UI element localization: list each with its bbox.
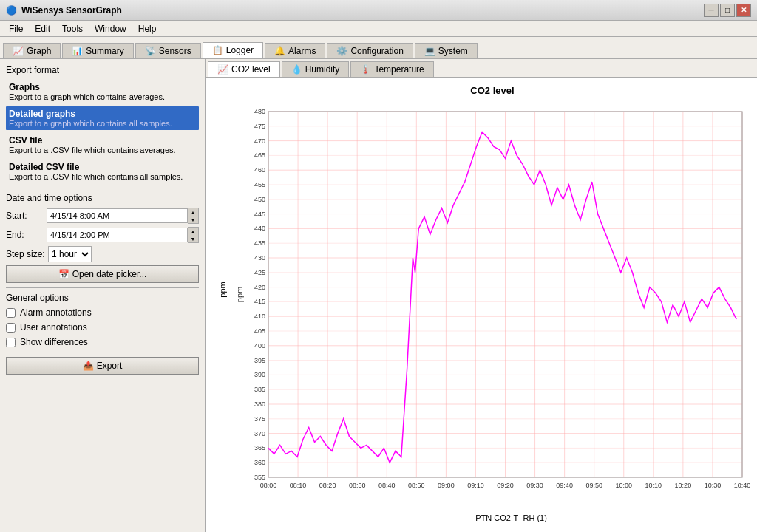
start-spin-down[interactable]: ▼ xyxy=(188,216,198,223)
menu-edit[interactable]: Edit xyxy=(29,22,56,35)
tab-configuration[interactable]: ⚙️ Configuration xyxy=(327,43,413,58)
svg-text:10:40: 10:40 xyxy=(734,482,750,489)
svg-text:08:50: 08:50 xyxy=(408,482,425,489)
svg-text:395: 395 xyxy=(254,357,265,364)
summary-tab-label: Summary xyxy=(86,46,123,56)
start-value: 4/15/14 8:00 AM xyxy=(50,211,109,220)
end-spin-down[interactable]: ▼ xyxy=(188,235,198,242)
chart-svg: 3553603653703753803853903954004054104154… xyxy=(235,100,750,511)
svg-text:425: 425 xyxy=(254,269,265,276)
temperature-tab-label: Temperature xyxy=(374,64,424,75)
chart-tab-co2[interactable]: 📈 CO2 level xyxy=(208,61,280,77)
close-button[interactable]: ✕ xyxy=(736,4,751,17)
svg-text:08:30: 08:30 xyxy=(349,482,366,489)
end-input[interactable]: 4/15/14 2:00 PM xyxy=(47,228,188,242)
export-detailed-csv-title: Detailed CSV file xyxy=(9,162,196,172)
alarms-tab-icon: 🔔 xyxy=(274,46,285,56)
svg-text:440: 440 xyxy=(254,225,265,232)
divider-2 xyxy=(6,287,199,288)
open-date-picker-label: Open date picker... xyxy=(72,269,147,279)
main-content: Export format Graphs Export to a graph w… xyxy=(0,59,757,532)
chart-container: CO2 level ppm 35536036537037538038539039… xyxy=(206,78,757,532)
svg-text:480: 480 xyxy=(254,108,265,115)
svg-text:405: 405 xyxy=(254,327,265,335)
chart-wrapper: ppm 355360365370375380385390395400405410… xyxy=(235,100,750,511)
svg-text:465: 465 xyxy=(254,151,265,159)
start-spin-up[interactable]: ▲ xyxy=(188,208,198,216)
svg-text:ppm: ppm xyxy=(235,287,244,302)
open-date-picker-button[interactable]: 📅 Open date picker... xyxy=(6,265,199,283)
svg-text:370: 370 xyxy=(254,430,265,437)
start-label: Start: xyxy=(6,211,47,221)
svg-text:380: 380 xyxy=(254,400,265,408)
menu-tools[interactable]: Tools xyxy=(56,22,89,35)
menu-window[interactable]: Window xyxy=(89,22,132,35)
svg-text:10:20: 10:20 xyxy=(675,482,692,489)
show-differences-checkbox[interactable] xyxy=(6,338,16,347)
export-csv-desc: Export to a .CSV file which contains ave… xyxy=(9,146,196,154)
step-label: Step size: xyxy=(6,249,47,259)
tab-logger[interactable]: 📋 Logger xyxy=(203,42,263,58)
tab-summary[interactable]: 📊 Summary xyxy=(62,43,133,58)
title-bar: 🔵 WiSensys SensorGraph ─ □ ✕ xyxy=(0,0,757,21)
end-value: 4/15/14 2:00 PM xyxy=(50,231,110,239)
step-select[interactable]: 1 hour 30 min 15 min 5 min 1 min xyxy=(48,246,92,262)
svg-text:415: 415 xyxy=(254,298,265,305)
svg-text:475: 475 xyxy=(254,123,265,130)
tab-graph[interactable]: 📈 Graph xyxy=(3,43,61,58)
chart-legend: — PTN CO2-T_RH (1) xyxy=(235,514,750,522)
svg-text:385: 385 xyxy=(254,386,265,393)
svg-text:435: 435 xyxy=(254,239,265,247)
end-spinner: ▲ ▼ xyxy=(188,227,199,243)
export-option-graphs[interactable]: Graphs Export to a graph which contains … xyxy=(6,80,199,103)
export-option-detailed-graphs[interactable]: Detailed graphs Export to a graph which … xyxy=(6,106,199,130)
export-graphs-title: Graphs xyxy=(9,82,196,92)
svg-text:08:40: 08:40 xyxy=(378,482,396,489)
legend-label: — PTN CO2-T_RH (1) xyxy=(465,514,547,522)
configuration-tab-label: Configuration xyxy=(350,46,403,56)
svg-text:400: 400 xyxy=(254,342,265,349)
alarm-annotations-row: Alarm annotations xyxy=(6,307,199,318)
export-graphs-desc: Export to a graph which contains average… xyxy=(9,92,196,101)
datetime-section-title: Date and time options xyxy=(6,193,199,203)
svg-text:430: 430 xyxy=(254,254,265,262)
tab-system[interactable]: 💻 System xyxy=(415,43,478,58)
menu-file[interactable]: File xyxy=(3,22,29,35)
maximize-button[interactable]: □ xyxy=(720,4,735,17)
svg-text:390: 390 xyxy=(254,371,265,378)
export-option-csv[interactable]: CSV file Export to a .CSV file which con… xyxy=(6,133,199,157)
main-tabs-bar: 📈 Graph 📊 Summary 📡 Sensors 📋 Logger 🔔 A… xyxy=(0,37,757,59)
graph-tab-label: Graph xyxy=(27,46,51,56)
export-button[interactable]: 📤 Export xyxy=(6,357,199,375)
sensors-tab-icon: 📡 xyxy=(145,46,156,56)
end-spin-up[interactable]: ▲ xyxy=(188,228,198,235)
export-option-detailed-csv[interactable]: Detailed CSV file Export to a .CSV file … xyxy=(6,160,199,183)
system-tab-icon: 💻 xyxy=(424,46,435,56)
start-input[interactable]: 4/15/14 8:00 AM xyxy=(47,208,188,223)
start-spinner: ▲ ▼ xyxy=(188,208,199,224)
export-csv-title: CSV file xyxy=(9,135,196,146)
export-icon: 📤 xyxy=(83,361,94,371)
co2-tab-label: CO2 level xyxy=(231,64,271,75)
svg-text:09:10: 09:10 xyxy=(467,482,484,489)
chart-tab-temperature[interactable]: 🌡️ Temperature xyxy=(350,61,433,77)
svg-text:09:20: 09:20 xyxy=(497,482,514,489)
minimize-button[interactable]: ─ xyxy=(704,4,719,17)
alarm-annotations-label: Alarm annotations xyxy=(20,307,92,318)
humidity-tab-icon: 💧 xyxy=(291,64,302,75)
humidity-tab-label: Humidity xyxy=(305,64,340,75)
chart-tab-humidity[interactable]: 💧 Humidity xyxy=(282,61,350,77)
tab-alarms[interactable]: 🔔 Alarms xyxy=(265,43,325,58)
system-tab-label: System xyxy=(438,46,468,56)
svg-text:08:10: 08:10 xyxy=(290,482,307,489)
tab-sensors[interactable]: 📡 Sensors xyxy=(135,43,201,58)
svg-text:450: 450 xyxy=(254,196,265,203)
menu-bar: File Edit Tools Window Help xyxy=(0,21,757,37)
export-detailed-graphs-desc: Export to a graph which contains all sam… xyxy=(9,119,196,128)
alarm-annotations-checkbox[interactable] xyxy=(6,308,16,318)
user-annotations-checkbox[interactable] xyxy=(6,323,16,332)
show-differences-row: Show differences xyxy=(6,337,199,347)
svg-text:355: 355 xyxy=(254,474,265,481)
menu-help[interactable]: Help xyxy=(132,22,163,35)
title-bar-left: 🔵 WiSensys SensorGraph xyxy=(6,5,122,16)
